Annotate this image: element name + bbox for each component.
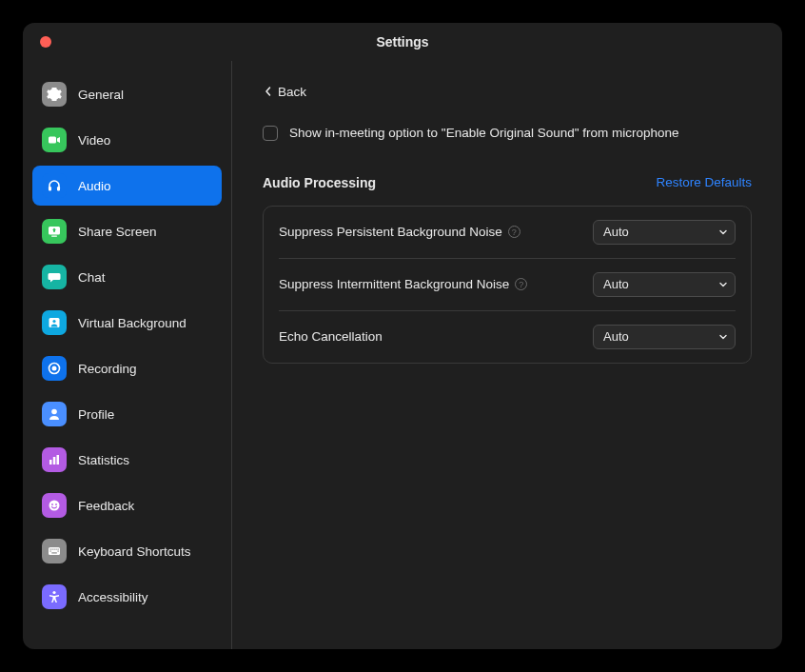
accessibility-icon (42, 584, 67, 609)
dropdown-value: Auto (603, 225, 629, 239)
svg-point-8 (52, 366, 57, 371)
sidebar-item-label: Virtual Background (78, 316, 187, 330)
settings-window: Settings General Video Audio (23, 23, 782, 649)
svg-point-13 (49, 501, 60, 511)
sidebar: General Video Audio Share Screen (23, 61, 232, 649)
row-label: Suppress Intermittent Background Noise (279, 277, 509, 291)
chevron-down-icon (719, 281, 727, 288)
sidebar-item-statistics[interactable]: Statistics (32, 440, 222, 480)
echo-cancellation-dropdown[interactable]: Auto (593, 325, 736, 349)
window-title: Settings (376, 34, 428, 49)
sidebar-item-share-screen[interactable]: Share Screen (32, 211, 222, 251)
back-label: Back (278, 85, 306, 99)
sidebar-item-label: Accessibility (78, 590, 148, 604)
statistics-icon (42, 447, 67, 472)
row-label: Echo Cancellation (279, 329, 383, 344)
restore-defaults-link[interactable]: Restore Defaults (656, 175, 752, 189)
keyboard-icon (42, 539, 67, 563)
sidebar-item-recording[interactable]: Recording (32, 348, 222, 388)
titlebar: Settings (23, 23, 782, 61)
sidebar-item-label: Statistics (78, 453, 129, 467)
svg-rect-21 (58, 549, 59, 550)
sidebar-item-virtual-background[interactable]: Virtual Background (32, 303, 222, 343)
sidebar-item-keyboard-shortcuts[interactable]: Keyboard Shortcuts (32, 531, 222, 571)
suppress-persistent-noise-dropdown[interactable]: Auto (593, 220, 736, 245)
svg-point-15 (55, 504, 57, 505)
svg-point-25 (52, 591, 55, 594)
virtual-background-icon (42, 310, 67, 335)
sidebar-item-audio[interactable]: Audio (32, 166, 222, 206)
echo-cancellation-row: Echo Cancellation Auto (279, 311, 736, 363)
chevron-left-icon (263, 86, 274, 97)
video-icon (42, 128, 67, 152)
chat-icon (42, 265, 67, 289)
sidebar-item-video[interactable]: Video (32, 120, 222, 160)
svg-point-9 (51, 409, 57, 415)
dropdown-value: Auto (603, 329, 629, 344)
feedback-icon (42, 493, 67, 518)
chevron-down-icon (719, 333, 727, 341)
sidebar-item-label: Feedback (78, 499, 134, 513)
sidebar-item-accessibility[interactable]: Accessibility (32, 577, 222, 617)
content-pane: Back Show in-meeting option to "Enable O… (232, 61, 782, 649)
back-button[interactable]: Back (263, 85, 306, 99)
sidebar-item-label: Chat (78, 270, 106, 285)
sidebar-item-chat[interactable]: Chat (32, 257, 222, 297)
audio-processing-panel: Suppress Persistent Background Noise ? A… (263, 206, 752, 364)
chevron-down-icon (719, 228, 727, 236)
info-icon[interactable]: ? (508, 226, 520, 238)
sidebar-item-label: Audio (78, 179, 111, 193)
svg-rect-20 (56, 549, 57, 550)
headphones-icon (42, 173, 67, 198)
svg-rect-1 (49, 187, 51, 191)
svg-rect-23 (58, 551, 59, 552)
svg-point-14 (51, 504, 53, 505)
svg-rect-4 (51, 236, 57, 237)
svg-rect-19 (54, 549, 55, 550)
svg-rect-24 (51, 552, 57, 553)
svg-rect-18 (52, 549, 53, 550)
svg-rect-22 (50, 551, 51, 552)
svg-rect-12 (57, 455, 60, 464)
svg-rect-0 (49, 137, 56, 144)
sidebar-item-profile[interactable]: Profile (32, 394, 222, 434)
sidebar-item-label: Keyboard Shortcuts (78, 544, 191, 559)
sidebar-item-label: Profile (78, 407, 114, 422)
enable-original-sound-checkbox-row[interactable]: Show in-meeting option to "Enable Origin… (263, 126, 752, 141)
section-title: Audio Processing (263, 175, 376, 190)
svg-rect-11 (53, 457, 56, 464)
suppress-intermittent-noise-dropdown[interactable]: Auto (593, 272, 736, 297)
suppress-intermittent-noise-row: Suppress Intermittent Background Noise ?… (279, 259, 736, 311)
svg-point-6 (52, 320, 55, 323)
sidebar-item-label: General (78, 88, 124, 102)
info-icon[interactable]: ? (515, 278, 527, 290)
sidebar-item-label: Share Screen (78, 225, 157, 239)
svg-rect-2 (57, 187, 60, 191)
suppress-persistent-noise-row: Suppress Persistent Background Noise ? A… (279, 207, 736, 259)
dropdown-value: Auto (603, 277, 629, 291)
share-screen-icon (42, 219, 67, 244)
sidebar-item-label: Recording (78, 362, 137, 376)
profile-icon (42, 402, 67, 426)
sidebar-item-feedback[interactable]: Feedback (32, 485, 222, 525)
recording-icon (42, 356, 67, 381)
close-window-button[interactable] (40, 36, 51, 48)
sidebar-item-label: Video (78, 133, 110, 148)
svg-rect-10 (49, 460, 52, 464)
svg-rect-17 (50, 549, 51, 550)
sidebar-item-general[interactable]: General (32, 74, 222, 114)
checkbox[interactable] (263, 126, 278, 141)
checkbox-label: Show in-meeting option to "Enable Origin… (289, 126, 679, 140)
gear-icon (42, 82, 67, 107)
row-label: Suppress Persistent Background Noise (279, 225, 502, 239)
